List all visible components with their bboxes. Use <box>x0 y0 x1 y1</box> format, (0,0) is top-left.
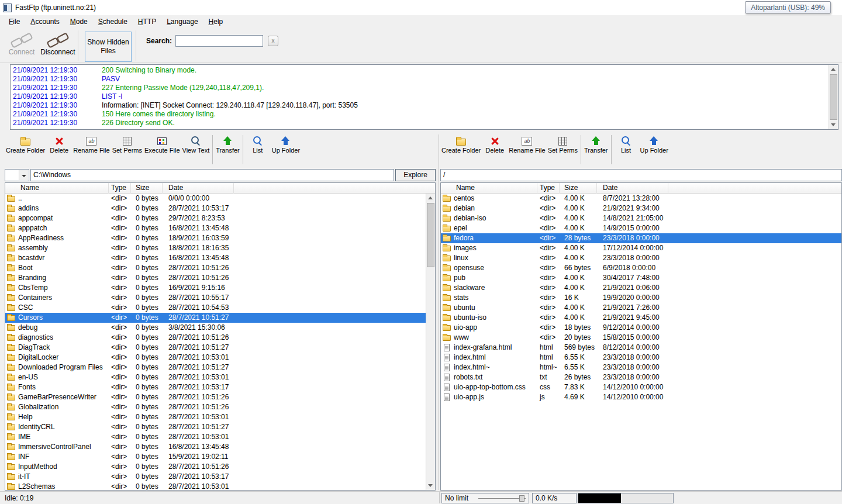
file-row-inputmethod[interactable]: InputMethod<dir>0 bytes28/7/2021 10:51:2… <box>5 462 426 472</box>
list-button[interactable]: List <box>245 134 271 154</box>
file-row-index-html[interactable]: index.html~html~6.55 K23/3/2018 0:00:00 <box>441 363 841 372</box>
file-row-en-us[interactable]: en-US<dir>0 bytes28/7/2021 10:53:01 <box>5 372 426 382</box>
file-row-images[interactable]: images<dir>4.00 K17/12/2014 0:00:00 <box>441 243 841 253</box>
column-header-type[interactable]: Type <box>537 183 560 194</box>
chevron-down-icon[interactable] <box>19 170 28 180</box>
file-row-it-it[interactable]: it-IT<dir>0 bytes28/7/2021 10:53:17 <box>5 472 426 482</box>
create-folder-button[interactable]: Create Folder <box>440 134 482 154</box>
file-row-debian[interactable]: debian<dir>4.00 K21/9/2021 9:34:00 <box>441 203 841 213</box>
file-row-ubuntu[interactable]: ubuntu<dir>4.00 K21/9/2021 7:26:00 <box>441 303 841 313</box>
file-row-debian-iso[interactable]: debian-iso<dir>4.00 K14/8/2021 21:05:00 <box>441 213 841 223</box>
file-row-branding[interactable]: Branding<dir>0 bytes28/7/2021 10:51:26 <box>5 273 426 283</box>
local-list-scrollbar[interactable] <box>426 194 435 490</box>
column-header-size[interactable]: Size <box>560 183 597 194</box>
drive-combo[interactable] <box>5 169 29 181</box>
file-row-linux[interactable]: linux<dir>4.00 K23/3/2018 0:00:00 <box>441 253 841 263</box>
column-header-name[interactable]: Name <box>5 183 109 194</box>
scroll-up-icon[interactable] <box>426 194 435 203</box>
file-row-containers[interactable]: Containers<dir>0 bytes28/7/2021 10:55:17 <box>5 293 426 303</box>
up-folder-button[interactable]: Up Folder <box>639 134 670 154</box>
file-row-debug[interactable]: debug<dir>0 bytes3/8/2021 15:30:06 <box>5 323 426 333</box>
rename-file-button[interactable]: abRename File <box>72 134 111 154</box>
scroll-thumb[interactable] <box>427 203 434 267</box>
file-row-globalization[interactable]: Globalization<dir>0 bytes28/7/2021 10:51… <box>5 402 426 412</box>
execute-file-button[interactable]: Execute File <box>143 134 181 154</box>
file-row-l2schemas[interactable]: L2Schemas<dir>0 bytes28/7/2021 10:53:01 <box>5 482 426 490</box>
file-row-csc[interactable]: CSC<dir>0 bytes28/7/2021 10:54:53 <box>5 303 426 313</box>
file-row-stats[interactable]: stats<dir>16 K19/9/2020 0:00:00 <box>441 293 841 303</box>
menu-schedule[interactable]: Schedule <box>93 16 133 27</box>
speed-limit-control[interactable]: No limit <box>441 493 529 503</box>
scroll-thumb[interactable] <box>830 74 837 120</box>
transfer-button[interactable]: Transfer <box>583 134 609 154</box>
log-area[interactable]: 21/09/2021 12:19:30200 Switching to Bina… <box>10 64 838 130</box>
file-row-appcompat[interactable]: appcompat<dir>0 bytes29/7/2021 8:23:53 <box>5 213 426 223</box>
file-row-www[interactable]: www<dir>20 bytes15/8/2015 0:00:00 <box>441 333 841 343</box>
local-path-input[interactable] <box>30 169 394 181</box>
file-row-uio-app[interactable]: uio-app<dir>18 bytes9/12/2014 0:00:00 <box>441 323 841 333</box>
limit-slider[interactable] <box>478 493 526 503</box>
file-row-gamebarpresencewriter[interactable]: GameBarPresenceWriter<dir>0 bytes28/7/20… <box>5 392 426 402</box>
file-row-digitallocker[interactable]: DigitalLocker<dir>0 bytes28/7/2021 10:53… <box>5 353 426 363</box>
menu-help[interactable]: Help <box>203 16 229 27</box>
disconnect-button[interactable]: Disconnect <box>40 30 76 56</box>
file-row-addins[interactable]: addins<dir>0 bytes28/7/2021 10:53:17 <box>5 203 426 213</box>
column-header-date[interactable]: Date <box>597 183 668 194</box>
file-row-fedora[interactable]: fedora<dir>28 bytes23/3/2018 0:00:00 <box>441 233 841 243</box>
file-row-diagnostics[interactable]: diagnostics<dir>0 bytes28/7/2021 10:51:2… <box>5 333 426 343</box>
view-text-button[interactable]: View Text <box>181 134 211 154</box>
set-perms-button[interactable]: Set Perms <box>111 134 143 154</box>
set-perms-button[interactable]: Set Perms <box>547 134 579 154</box>
slider-thumb[interactable] <box>519 495 524 502</box>
file-row-pub[interactable]: pub<dir>4.00 K30/4/2017 7:48:00 <box>441 273 841 283</box>
file-row-boot[interactable]: Boot<dir>0 bytes28/7/2021 10:51:26 <box>5 263 426 273</box>
file-row-slackware[interactable]: slackware<dir>4.00 K21/9/2021 0:06:00 <box>441 283 841 293</box>
file-row-centos[interactable]: centos<dir>4.00 K8/7/2021 13:28:00 <box>441 194 841 203</box>
delete-button[interactable]: Delete <box>482 134 508 154</box>
file-row-cursors[interactable]: Cursors<dir>0 bytes28/7/2021 10:51:27 <box>5 313 426 323</box>
column-header-date[interactable]: Date <box>163 183 234 194</box>
column-header-type[interactable]: Type <box>109 183 131 194</box>
file-row-appreadiness[interactable]: AppReadiness<dir>0 bytes18/9/2021 16:03:… <box>5 233 426 243</box>
menu-mode[interactable]: Mode <box>65 16 93 27</box>
scroll-down-icon[interactable] <box>829 120 838 129</box>
file-row-apppatch[interactable]: apppatch<dir>0 bytes16/8/2021 13:45:48 <box>5 223 426 233</box>
file-row-inf[interactable]: INF<dir>0 bytes15/9/2021 19:02:11 <box>5 452 426 462</box>
remote-path-input[interactable] <box>440 169 842 181</box>
scroll-up-icon[interactable] <box>829 65 838 74</box>
menu-accounts[interactable]: Accounts <box>25 16 64 27</box>
scroll-down-icon[interactable] <box>426 481 435 490</box>
file-row-downloaded-program-files[interactable]: Downloaded Program Files<dir>0 bytes28/7… <box>5 363 426 372</box>
file-row-uio-app-top-bottom-css[interactable]: uio-app-top-bottom.csscss7.83 K14/12/201… <box>441 382 841 392</box>
column-header-name[interactable]: Name <box>441 183 537 194</box>
file-row-identitycrl[interactable]: IdentityCRL<dir>0 bytes28/7/2021 10:51:2… <box>5 422 426 432</box>
file-row-index-grafana-html[interactable]: index-grafana.htmlhtml569 bytes8/12/2014… <box>441 343 841 353</box>
search-input[interactable] <box>175 35 263 47</box>
log-scrollbar[interactable] <box>829 65 838 129</box>
rename-file-button[interactable]: abRename File <box>508 134 546 154</box>
file-row-index-html[interactable]: index.htmlhtml6.55 K23/3/2018 0:00:00 <box>441 353 841 363</box>
delete-button[interactable]: Delete <box>46 134 72 154</box>
file-row-bcastdvr[interactable]: bcastdvr<dir>0 bytes16/8/2021 13:45:48 <box>5 253 426 263</box>
file-row-opensuse[interactable]: opensuse<dir>66 bytes6/9/2018 0:00:00 <box>441 263 841 273</box>
file-row-immersivecontrolpanel[interactable]: ImmersiveControlPanel<dir>0 bytes16/8/20… <box>5 442 426 452</box>
connect-button[interactable]: Connect <box>4 30 40 56</box>
up-folder-button[interactable]: Up Folder <box>271 134 301 154</box>
file-row-cbstemp[interactable]: CbsTemp<dir>0 bytes16/9/2021 9:15:16 <box>5 283 426 293</box>
show-hidden-files-button[interactable]: Show Hidden Files <box>85 32 132 62</box>
menu-http[interactable]: HTTP <box>133 16 161 27</box>
search-clear-icon[interactable]: x <box>268 36 278 46</box>
create-folder-button[interactable]: Create Folder <box>5 134 46 154</box>
file-row-fonts[interactable]: Fonts<dir>0 bytes28/7/2021 10:53:17 <box>5 382 426 392</box>
file-row-assembly[interactable]: assembly<dir>0 bytes18/8/2021 18:16:35 <box>5 243 426 253</box>
file-row-ime[interactable]: IME<dir>0 bytes28/7/2021 10:53:01 <box>5 432 426 442</box>
file-row-epel[interactable]: epel<dir>4.00 K14/9/2015 0:00:00 <box>441 223 841 233</box>
file-row-uio-app-js[interactable]: uio-app.jsjs4.69 K14/12/2010 0:00:00 <box>441 392 841 402</box>
file-row-ubuntu-iso[interactable]: ubuntu-iso<dir>4.00 K21/9/2021 9:45:00 <box>441 313 841 323</box>
menu-language[interactable]: Language <box>161 16 203 27</box>
file-row-item[interactable]: ..<dir>0 bytes0/0/0 0:00:00 <box>5 194 426 203</box>
file-row-diagtrack[interactable]: DiagTrack<dir>0 bytes28/7/2021 10:51:27 <box>5 343 426 353</box>
explore-button[interactable]: Explore <box>395 169 436 181</box>
column-header-size[interactable]: Size <box>131 183 163 194</box>
menu-file[interactable]: File <box>4 16 25 27</box>
